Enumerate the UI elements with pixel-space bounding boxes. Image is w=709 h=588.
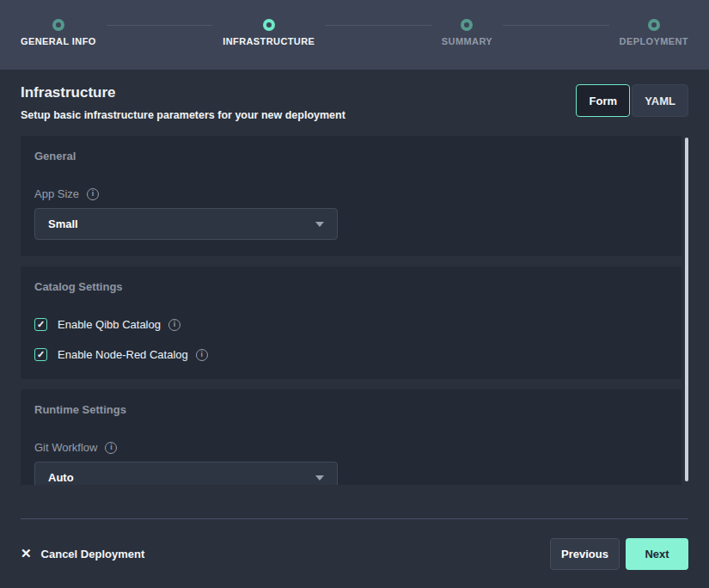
section-title: Catalog Settings [34,280,668,293]
info-icon[interactable]: i [196,349,208,361]
step-deployment[interactable]: DEPLOYMENT [620,19,688,46]
stepper: GENERAL INFO INFRASTRUCTURE SUMMARY DEPL… [21,19,688,46]
step-connector [325,25,431,26]
checkbox-label: Enable Qibb Catalog i [58,318,180,331]
checkbox-checked-icon[interactable]: ✓ [34,318,47,331]
checkbox-checked-icon[interactable]: ✓ [34,348,47,361]
section-general: General App Size i Small [21,136,681,256]
section-title: General [34,150,668,162]
app-size-select[interactable]: Small [34,208,338,240]
form-scroll-area: General App Size i Small Catalog Setting… [21,136,688,485]
select-value: Auto [48,471,74,484]
step-circle-icon [461,19,473,31]
step-summary[interactable]: SUMMARY [442,19,492,46]
step-label: INFRASTRUCTURE [223,36,315,46]
checkbox-label-text: Enable Qibb Catalog [58,318,161,331]
step-connector [503,25,609,26]
qibb-catalog-checkbox-row[interactable]: ✓ Enable Qibb Catalog i [34,318,668,331]
git-workflow-select[interactable]: Auto [34,462,338,485]
app-size-label: App Size i [34,187,668,200]
footer-buttons: Previous Next [550,538,688,570]
section-runtime-settings: Runtime Settings Git Workflow i Auto [21,389,681,485]
step-circle-icon [648,19,660,31]
step-label: DEPLOYMENT [620,36,688,46]
previous-button[interactable]: Previous [550,538,620,570]
cancel-deployment-button[interactable]: ✕ Cancel Deployment [21,546,144,561]
cancel-label: Cancel Deployment [41,548,145,560]
step-general-info[interactable]: GENERAL INFO [21,19,96,46]
section-catalog-settings: Catalog Settings ✓ Enable Qibb Catalog i… [21,266,681,379]
section-title: Runtime Settings [34,403,668,416]
info-icon[interactable]: i [168,319,180,331]
yaml-view-button[interactable]: YAML [632,84,688,117]
vertical-scrollbar[interactable] [685,138,688,481]
step-connector [107,25,213,26]
view-toggle: Form YAML [576,84,688,117]
page-title: Infrastructure [21,84,345,101]
step-label: SUMMARY [442,36,492,46]
field-label-text: Git Workflow [34,441,97,454]
title-row: Infrastructure Setup basic infrastructur… [0,70,709,121]
wizard-header: GENERAL INFO INFRASTRUCTURE SUMMARY DEPL… [0,0,709,70]
form-view-button[interactable]: Form [576,84,630,117]
footer: ✕ Cancel Deployment Previous Next [0,519,709,588]
git-workflow-label: Git Workflow i [34,441,668,454]
next-button[interactable]: Next [626,538,688,570]
node-red-catalog-checkbox-row[interactable]: ✓ Enable Node-Red Catalog i [34,348,668,361]
select-value: Small [48,217,78,230]
page-subtitle: Setup basic infrastructure parameters fo… [21,109,345,121]
close-icon: ✕ [21,546,32,561]
step-label: GENERAL INFO [21,36,96,46]
info-icon[interactable]: i [105,442,117,454]
field-label-text: App Size [34,187,79,200]
chevron-down-icon [315,222,324,227]
checkbox-label-text: Enable Node-Red Catalog [58,348,188,361]
step-circle-icon [52,19,64,31]
checkbox-label: Enable Node-Red Catalog i [58,348,208,361]
chevron-down-icon [315,475,324,481]
step-infrastructure[interactable]: INFRASTRUCTURE [223,19,315,46]
title-block: Infrastructure Setup basic infrastructur… [21,84,345,121]
step-circle-icon [263,19,275,31]
info-icon[interactable]: i [87,188,99,200]
